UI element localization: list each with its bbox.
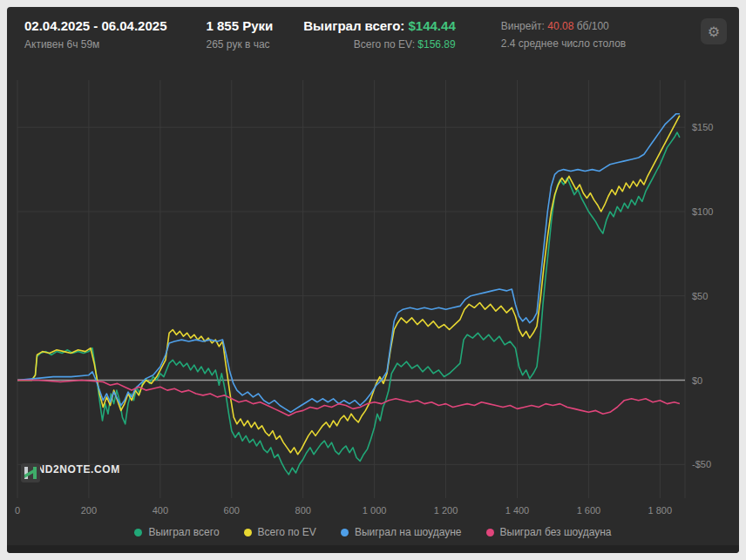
winnings-info-block: Выиграл всего: $144.44 Всего по EV: $156… [303,18,455,51]
chart-legend: Выиграл всегоВсего по EVВыиграл на шоуда… [7,519,739,545]
legend-dot-icon [486,529,494,536]
watermark: HAND2NOTE.COM [21,463,120,476]
x-tick-label: 0 [15,505,20,516]
series-line-Выиграл всего [17,132,680,475]
legend-label: Всего по EV [258,526,316,538]
winrate-line: Винрейт: 40.08 бб/100 [501,20,626,32]
legend-label: Выиграл всего [148,526,219,538]
x-tick-label: 600 [224,505,240,516]
bottom-strip [7,545,739,553]
hands-info-block: 1 855 Руки 265 рук в час [206,18,273,51]
legend-item[interactable]: Выиграл всего [134,526,219,538]
winrate-info-block: Винрейт: 40.08 бб/100 2.4 среднее число … [501,18,626,50]
hand2note-graph-panel: 02.04.2025 - 06.04.2025 Активен 6ч 59м 1… [7,7,739,553]
y-tick-label: $0 [692,375,702,386]
series-line-Выиграл на шоудауне [17,114,680,413]
ev-total-line: Всего по EV: $156.89 [303,38,455,51]
legend-item[interactable]: Выиграл без шоудауна [486,526,612,538]
gear-icon: ⚙ [708,24,720,40]
x-tick-label: 200 [81,505,97,516]
legend-item[interactable]: Выиграл на шоудауне [341,526,462,538]
ev-total-value: $156.89 [417,38,455,51]
hands-count: 1 855 Руки [206,18,273,33]
won-total-label: Выиграл всего: [303,18,404,33]
legend-item[interactable]: Всего по EV [244,526,316,538]
legend-label: Выиграл без шоудауна [500,526,612,538]
x-tick-label: 1 000 [363,505,387,516]
x-tick-label: 1 200 [434,505,458,516]
winrate-label: Винрейт: [501,20,545,32]
active-time: Активен 6ч 59м [24,38,166,51]
hand2note-logo-icon [21,463,40,482]
y-tick-label: $150 [692,122,713,132]
winrate-value: 40.08 [547,20,573,32]
legend-dot-icon [244,529,252,536]
won-total-value: $144.44 [409,18,456,33]
chart-canvas[interactable] [7,68,739,519]
legend-dot-icon [341,529,349,536]
x-tick-label: 1 400 [505,505,530,516]
legend-label: Выиграл на шоудауне [355,526,462,538]
y-tick-label: -$50 [692,459,711,469]
winrate-unit: бб/100 [577,20,609,32]
session-info-block: 02.04.2025 - 06.04.2025 Активен 6ч 59м [24,18,166,51]
winnings-chart[interactable]: 02004006008001 0001 2001 4001 6001 800 $… [7,68,739,519]
settings-gear-button[interactable]: ⚙ [701,18,727,44]
stats-header: 02.04.2025 - 06.04.2025 Активен 6ч 59м 1… [7,7,739,68]
hands-per-hour: 265 рук в час [206,38,273,51]
ev-total-label: Всего по EV: [354,38,415,51]
x-tick-label: 1 600 [577,505,601,516]
x-tick-label: 800 [295,505,311,516]
legend-dot-icon [134,529,142,536]
won-total-line: Выиграл всего: $144.44 [303,18,455,33]
x-tick-label: 400 [153,505,168,516]
avg-tables: 2.4 среднее число столов [501,37,626,50]
date-range: 02.04.2025 - 06.04.2025 [24,18,166,33]
y-tick-label: $50 [692,291,708,301]
y-tick-label: $100 [692,206,713,217]
x-tick-label: 1 800 [648,505,673,516]
